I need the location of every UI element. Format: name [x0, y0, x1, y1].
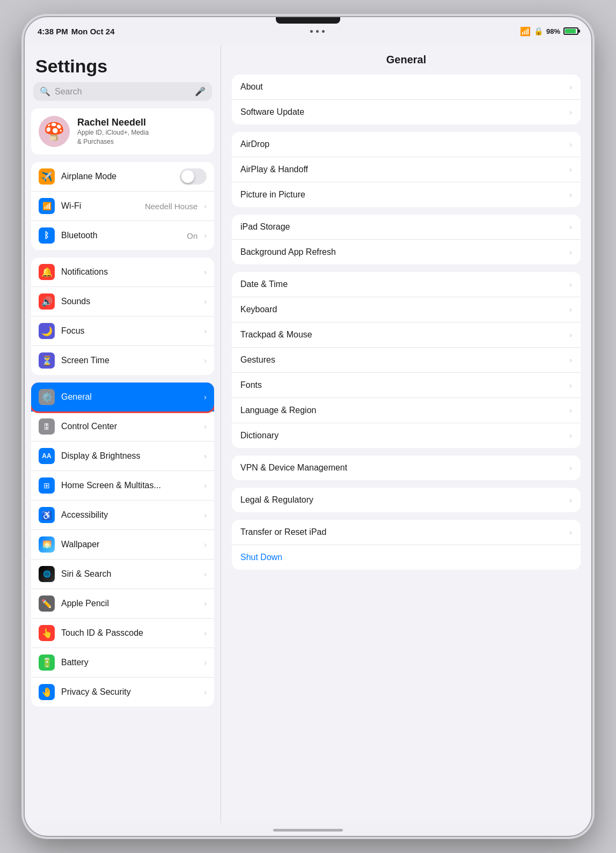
sidebar-item-wallpaper[interactable]: 🌅 Wallpaper › — [31, 530, 214, 560]
keyboard-chevron: › — [569, 305, 572, 314]
airplane-mode-icon: ✈️ — [39, 168, 55, 185]
display-icon: AA — [39, 448, 55, 464]
group-airdrop: AirDrop › AirPlay & Handoff › Picture in… — [232, 132, 581, 207]
bluetooth-chevron: › — [204, 231, 207, 240]
row-about[interactable]: About › — [232, 75, 581, 100]
device-frame: 4:38 PM Mon Oct 24 📶 🔒 98% Settings 🔍 Se… — [24, 16, 592, 837]
software-update-label: Software Update — [240, 107, 564, 117]
row-airdrop[interactable]: AirDrop › — [232, 132, 581, 157]
status-right: 📶 🔒 98% — [520, 26, 578, 36]
screen-time-label: Screen Time — [61, 356, 197, 365]
transfer-chevron: › — [569, 528, 572, 536]
wallpaper-label: Wallpaper — [61, 540, 197, 549]
row-gestures[interactable]: Gestures › — [232, 348, 581, 373]
sidebar-item-wifi[interactable]: 📶 Wi-Fi Needell House › — [31, 192, 214, 221]
sidebar-item-screen-time[interactable]: ⏳ Screen Time › — [31, 346, 214, 375]
row-ipad-storage[interactable]: iPad Storage › — [232, 215, 581, 240]
user-subtitle: Apple ID, iCloud+, Media& Purchases — [77, 128, 149, 146]
row-transfer-reset[interactable]: Transfer or Reset iPad › — [232, 520, 581, 545]
search-icon: 🔍 — [40, 86, 50, 97]
panel-title: General — [232, 54, 581, 66]
date-time-chevron: › — [569, 280, 572, 289]
notifications-label: Notifications — [61, 267, 197, 277]
row-language-region[interactable]: Language & Region › — [232, 398, 581, 423]
avatar-emoji: 🍄 — [43, 121, 65, 142]
sidebar-item-display[interactable]: AA Display & Brightness › — [31, 442, 214, 471]
general-group: ⚙️ General › 🎛 Control Center › AA — [31, 383, 214, 707]
apple-pencil-icon: ✏️ — [39, 595, 55, 612]
sidebar-item-notifications[interactable]: 🔔 Notifications › — [31, 258, 214, 287]
airplay-chevron: › — [569, 165, 572, 174]
user-profile[interactable]: 🍄 Rachel Needell Apple ID, iCloud+, Medi… — [31, 108, 214, 155]
home-indicator — [273, 829, 343, 832]
accessibility-label: Accessibility — [61, 510, 197, 520]
keyboard-label: Keyboard — [240, 305, 564, 314]
sidebar-item-accessibility[interactable]: ♿ Accessibility › — [31, 501, 214, 530]
mic-icon: 🎤 — [195, 86, 206, 97]
row-airplay-handoff[interactable]: AirPlay & Handoff › — [232, 157, 581, 182]
vpn-label: VPN & Device Management — [240, 463, 564, 473]
apple-pencil-label: Apple Pencil — [61, 599, 197, 608]
search-bar[interactable]: 🔍 Search 🎤 — [33, 82, 212, 101]
sidebar-item-airplane-mode[interactable]: ✈️ Airplane Mode — [31, 162, 214, 192]
trackpad-chevron: › — [569, 330, 572, 339]
sidebar-item-sounds[interactable]: 🔊 Sounds › — [31, 287, 214, 317]
pip-label: Picture in Picture — [240, 190, 564, 200]
vpn-chevron: › — [569, 464, 572, 472]
row-shut-down[interactable]: Shut Down — [232, 545, 581, 570]
user-info: Rachel Needell Apple ID, iCloud+, Media&… — [77, 117, 149, 146]
legal-label: Legal & Regulatory — [240, 495, 564, 505]
sidebar-item-battery[interactable]: 🔋 Battery › — [31, 648, 214, 678]
airplane-mode-label: Airplane Mode — [61, 172, 173, 181]
battery-icon — [563, 27, 578, 35]
airdrop-label: AirDrop — [240, 139, 564, 149]
lock-icon: 🔒 — [534, 27, 543, 35]
camera-bar — [276, 17, 340, 24]
general-icon: ⚙️ — [39, 389, 55, 405]
touch-id-label: Touch ID & Passcode — [61, 628, 197, 638]
settings-title: Settings — [25, 45, 221, 82]
row-picture-in-picture[interactable]: Picture in Picture › — [232, 182, 581, 207]
dictionary-label: Dictionary — [240, 431, 564, 440]
group-vpn: VPN & Device Management › — [232, 455, 581, 480]
sidebar-item-siri[interactable]: 🌐 Siri & Search › — [31, 560, 214, 589]
gestures-label: Gestures — [240, 355, 564, 365]
background-refresh-chevron: › — [569, 248, 572, 256]
siri-icon: 🌐 — [39, 566, 55, 582]
row-legal[interactable]: Legal & Regulatory › — [232, 488, 581, 512]
sidebar-item-focus[interactable]: 🌙 Focus › — [31, 317, 214, 346]
sidebar-item-home-screen[interactable]: ⊞ Home Screen & Multitas... › — [31, 471, 214, 501]
shut-down-label: Shut Down — [240, 553, 572, 562]
row-keyboard[interactable]: Keyboard › — [232, 297, 581, 322]
toggle-knob — [181, 170, 194, 183]
search-placeholder: Search — [55, 87, 190, 97]
bluetooth-value: On — [187, 231, 197, 240]
airplane-mode-toggle[interactable] — [180, 168, 207, 185]
row-vpn[interactable]: VPN & Device Management › — [232, 455, 581, 480]
sidebar-item-control-center[interactable]: 🎛 Control Center › — [31, 412, 214, 442]
privacy-label: Privacy & Security — [61, 687, 197, 697]
status-time: 4:38 PM — [38, 27, 68, 36]
focus-label: Focus — [61, 326, 197, 336]
background-refresh-label: Background App Refresh — [240, 247, 564, 257]
home-screen-label: Home Screen & Multitas... — [61, 481, 197, 490]
sidebar-item-privacy[interactable]: 🤚 Privacy & Security › — [31, 678, 214, 707]
sidebar-item-bluetooth[interactable]: ᛒ Bluetooth On › — [31, 221, 214, 250]
sidebar-item-general[interactable]: ⚙️ General › — [31, 383, 214, 412]
group-transfer: Transfer or Reset iPad › Shut Down — [232, 520, 581, 570]
accessibility-icon: ♿ — [39, 507, 55, 523]
dot1 — [310, 30, 313, 33]
sounds-icon: 🔊 — [39, 293, 55, 310]
sidebar-item-apple-pencil[interactable]: ✏️ Apple Pencil › — [31, 589, 214, 619]
row-background-app-refresh[interactable]: Background App Refresh › — [232, 240, 581, 264]
ipad-storage-chevron: › — [569, 223, 572, 231]
row-dictionary[interactable]: Dictionary › — [232, 423, 581, 448]
user-name: Rachel Needell — [77, 117, 149, 128]
sidebar-item-touch-id[interactable]: 👆 Touch ID & Passcode › — [31, 619, 214, 648]
row-trackpad-mouse[interactable]: Trackpad & Mouse › — [232, 322, 581, 348]
row-fonts[interactable]: Fonts › — [232, 373, 581, 398]
row-date-time[interactable]: Date & Time › — [232, 272, 581, 297]
row-software-update[interactable]: Software Update › — [232, 100, 581, 124]
airplay-handoff-label: AirPlay & Handoff — [240, 165, 564, 174]
wifi-icon: 📶 — [520, 26, 531, 36]
